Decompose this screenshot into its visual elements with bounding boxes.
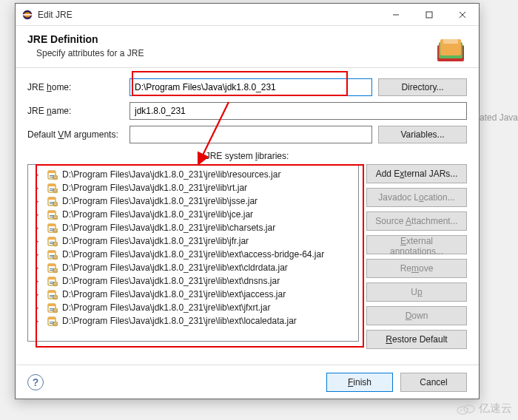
svg-text:010: 010 xyxy=(53,282,58,286)
header-subtitle: Specify attributes for a JRE xyxy=(27,48,467,58)
svg-rect-29 xyxy=(48,211,56,213)
svg-rect-41 xyxy=(48,237,56,240)
library-item[interactable]: ▸010D:\Program Files\Java\jdk1.8.0_231\j… xyxy=(30,314,357,328)
header-title: JRE Definition xyxy=(27,33,467,45)
library-path: D:\Program Files\Java\jdk1.8.0_231\jre\l… xyxy=(62,169,280,180)
svg-text:010: 010 xyxy=(53,176,58,180)
add-external-jars-button[interactable]: Add External JARs... xyxy=(366,164,467,183)
finish-button[interactable]: Finish xyxy=(326,373,393,392)
jre-home-label: JRE home: xyxy=(27,82,124,92)
cancel-button[interactable]: Cancel xyxy=(400,373,467,392)
expand-icon[interactable]: ▸ xyxy=(33,251,41,258)
library-path: D:\Program Files\Java\jdk1.8.0_231\jre\l… xyxy=(62,276,280,286)
library-path: D:\Program Files\Java\jdk1.8.0_231\jre\l… xyxy=(62,183,247,193)
library-item[interactable]: ▸010D:\Program Files\Java\jdk1.8.0_231\j… xyxy=(30,221,357,234)
library-path: D:\Program Files\Java\jdk1.8.0_231\jre\l… xyxy=(62,196,258,206)
books-icon xyxy=(431,36,468,70)
library-path: D:\Program Files\Java\jdk1.8.0_231\jre\l… xyxy=(62,249,324,260)
svg-rect-47 xyxy=(48,251,56,253)
svg-point-84 xyxy=(464,405,474,413)
edit-jre-dialog: Edit JRE JRE Definition Specify attribut… xyxy=(15,3,480,399)
jre-name-label: JRE name: xyxy=(27,106,124,116)
external-annotations-button[interactable]: External annotations... xyxy=(366,235,467,254)
library-item[interactable]: ▸010D:\Program Files\Java\jdk1.8.0_231\j… xyxy=(30,181,357,194)
expand-icon[interactable]: ▸ xyxy=(33,264,41,271)
content-area: JRE home: Directory... JRE name: Default… xyxy=(16,68,479,365)
svg-point-83 xyxy=(457,407,468,414)
dialog-footer: ? Finish Cancel xyxy=(16,365,479,399)
close-button[interactable] xyxy=(445,4,479,25)
expand-icon[interactable]: ▸ xyxy=(33,211,41,218)
maximize-button[interactable] xyxy=(412,4,445,25)
watermark: 亿速云 xyxy=(457,402,512,416)
svg-text:010: 010 xyxy=(53,229,58,233)
svg-text:010: 010 xyxy=(53,309,58,313)
expand-icon[interactable]: ▸ xyxy=(33,291,41,298)
library-path: D:\Program Files\Java\jdk1.8.0_231\jre\l… xyxy=(62,316,297,326)
directory-button[interactable]: Directory... xyxy=(378,78,467,96)
svg-rect-4 xyxy=(426,12,432,18)
library-item[interactable]: ▸010D:\Program Files\Java\jdk1.8.0_231\j… xyxy=(30,194,357,208)
svg-text:010: 010 xyxy=(53,189,58,193)
library-path: D:\Program Files\Java\jdk1.8.0_231\jre\l… xyxy=(62,236,249,246)
library-item[interactable]: ▸010D:\Program Files\Java\jdk1.8.0_231\j… xyxy=(30,288,357,301)
source-attachment-button[interactable]: Source Attachment... xyxy=(366,211,467,231)
libraries-list[interactable]: ▸010D:\Program Files\Java\jdk1.8.0_231\j… xyxy=(27,164,359,342)
expand-icon[interactable]: ▸ xyxy=(33,237,41,245)
jre-home-input[interactable] xyxy=(130,78,372,96)
minimize-button[interactable] xyxy=(379,4,412,25)
svg-rect-71 xyxy=(48,304,56,306)
svg-rect-59 xyxy=(48,277,56,280)
svg-text:010: 010 xyxy=(53,296,58,299)
down-button[interactable]: Down xyxy=(366,306,467,325)
dialog-header: JRE Definition Specify attributes for a … xyxy=(16,26,479,68)
library-item[interactable]: ▸010D:\Program Files\Java\jdk1.8.0_231\j… xyxy=(30,248,357,261)
default-vm-input[interactable] xyxy=(130,126,372,143)
library-item[interactable]: ▸010D:\Program Files\Java\jdk1.8.0_231\j… xyxy=(30,274,357,288)
javadoc-location-button[interactable]: Javadoc Location... xyxy=(366,188,467,207)
svg-rect-35 xyxy=(48,224,56,226)
expand-icon[interactable]: ▸ xyxy=(33,304,41,311)
svg-text:010: 010 xyxy=(53,203,58,206)
expand-icon[interactable]: ▸ xyxy=(33,224,41,231)
svg-point-85 xyxy=(460,409,462,410)
expand-icon[interactable]: ▸ xyxy=(33,171,41,178)
library-path: D:\Program Files\Java\jdk1.8.0_231\jre\l… xyxy=(62,209,253,220)
default-vm-label: Default VM arguments: xyxy=(27,129,124,140)
library-item[interactable]: ▸010D:\Program Files\Java\jdk1.8.0_231\j… xyxy=(30,234,357,248)
library-path: D:\Program Files\Java\jdk1.8.0_231\jre\l… xyxy=(62,302,270,313)
library-item[interactable]: ▸010D:\Program Files\Java\jdk1.8.0_231\j… xyxy=(30,168,357,181)
svg-rect-11 xyxy=(48,171,56,173)
library-path: D:\Program Files\Java\jdk1.8.0_231\jre\l… xyxy=(62,289,286,299)
svg-text:010: 010 xyxy=(53,322,58,326)
library-item[interactable]: ▸010D:\Program Files\Java\jdk1.8.0_231\j… xyxy=(30,208,357,221)
svg-text:010: 010 xyxy=(53,216,58,220)
svg-rect-77 xyxy=(48,317,56,319)
svg-text:010: 010 xyxy=(53,243,58,246)
svg-text:010: 010 xyxy=(53,269,58,273)
svg-rect-23 xyxy=(48,197,56,200)
remove-button[interactable]: Remove xyxy=(366,259,467,278)
eclipse-icon xyxy=(21,9,33,21)
library-item[interactable]: ▸010D:\Program Files\Java\jdk1.8.0_231\j… xyxy=(30,261,357,274)
variables-button[interactable]: Variables... xyxy=(378,126,467,143)
restore-default-button[interactable]: Restore Default xyxy=(366,330,467,349)
svg-rect-17 xyxy=(48,184,56,186)
library-path: D:\Program Files\Java\jdk1.8.0_231\jre\l… xyxy=(62,262,288,273)
expand-icon[interactable]: ▸ xyxy=(33,184,41,192)
libraries-label: JRE system libraries: xyxy=(206,151,289,161)
expand-icon[interactable]: ▸ xyxy=(33,277,41,285)
up-button[interactable]: Up xyxy=(366,282,467,302)
help-icon[interactable]: ? xyxy=(27,374,44,390)
svg-rect-65 xyxy=(48,291,56,293)
expand-icon[interactable]: ▸ xyxy=(33,317,41,325)
svg-point-86 xyxy=(467,407,468,409)
svg-text:010: 010 xyxy=(53,256,58,260)
jre-name-input[interactable] xyxy=(130,102,467,120)
titlebar: Edit JRE xyxy=(16,4,479,26)
library-path: D:\Program Files\Java\jdk1.8.0_231\jre\l… xyxy=(62,223,275,233)
window-title: Edit JRE xyxy=(38,10,379,20)
library-item[interactable]: ▸010D:\Program Files\Java\jdk1.8.0_231\j… xyxy=(30,301,357,314)
expand-icon[interactable]: ▸ xyxy=(33,197,41,205)
background-text: ated Java xyxy=(480,112,518,123)
